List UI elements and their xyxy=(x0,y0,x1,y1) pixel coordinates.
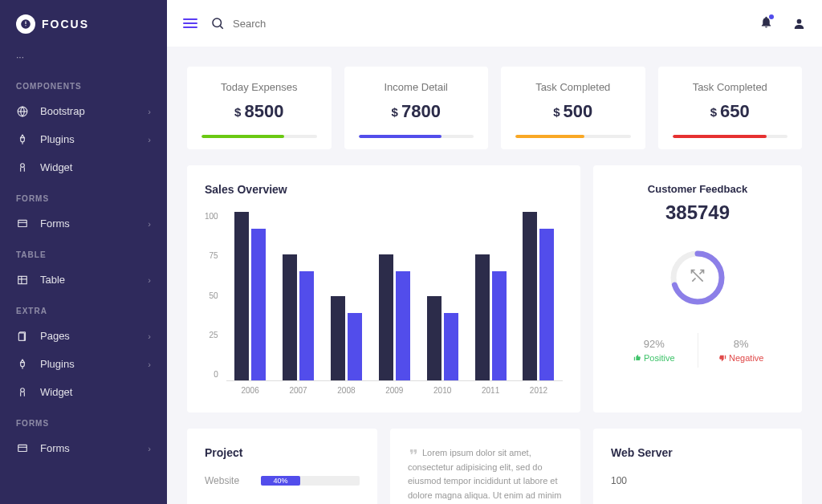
stat-title: Task Completed xyxy=(535,81,610,93)
chevron-right-icon: › xyxy=(148,360,151,369)
webserver-value: 100 xyxy=(611,475,784,486)
sidebar-item-label: Forms xyxy=(40,217,148,230)
sidebar-item-plugins[interactable]: Plugins› xyxy=(0,350,167,378)
thumbs-down-icon xyxy=(718,354,726,362)
bar xyxy=(539,229,554,380)
table-icon xyxy=(16,274,29,286)
sidebar-item-pages[interactable]: Pages› xyxy=(0,322,167,350)
stat-value: $ 7800 xyxy=(392,101,441,122)
svg-rect-3 xyxy=(18,220,27,226)
bar xyxy=(379,254,393,381)
logo[interactable]: FOCUS xyxy=(0,14,167,45)
stat-progress xyxy=(673,135,788,138)
svg-rect-9 xyxy=(18,332,24,339)
bar-group xyxy=(475,212,507,380)
sidebar-item-bootstrap[interactable]: Bootstrap› xyxy=(0,97,167,125)
sidebar-nav: COMPONENTSBootstrap›Plugins›WidgetFORMSF… xyxy=(0,69,167,462)
sidebar-spacer: ··· xyxy=(0,45,167,69)
webserver-panel: Web Server 100 xyxy=(593,429,802,504)
plug-icon xyxy=(16,134,29,145)
bar-group xyxy=(523,212,554,380)
bar xyxy=(331,296,345,380)
sidebar-item-widget[interactable]: Widget xyxy=(0,378,167,406)
chevron-right-icon: › xyxy=(148,275,151,285)
svg-point-13 xyxy=(213,18,222,27)
sidebar-section-header: EXTRA xyxy=(0,294,167,322)
bar-group xyxy=(379,212,410,380)
search-wrap xyxy=(210,16,747,30)
bar xyxy=(492,271,507,381)
stat-progress xyxy=(359,135,474,138)
feedback-positive: 92% Positive xyxy=(611,333,698,368)
sidebar-item-label: Table xyxy=(40,274,148,286)
stat-value: $ 650 xyxy=(710,101,750,122)
stat-title: Today Expenses xyxy=(221,81,297,93)
sidebar-item-label: Forms xyxy=(40,442,148,454)
search-input[interactable] xyxy=(233,18,368,30)
thumbs-up-icon xyxy=(633,354,641,362)
sidebar-item-plugins[interactable]: Plugins› xyxy=(0,125,167,153)
widget-icon xyxy=(16,387,29,398)
chart-x-axis: 2006200720082009201020112012 xyxy=(226,381,563,395)
notifications-button[interactable] xyxy=(759,15,773,32)
search-icon[interactable] xyxy=(210,16,225,30)
stat-title: Task Completed xyxy=(693,81,767,93)
svg-point-2 xyxy=(21,163,25,167)
chart-bars xyxy=(226,212,563,381)
feedback-title: Customer Feedback xyxy=(611,183,784,195)
sales-overview-panel: Sales Overview 1007550250 20062007200820… xyxy=(187,165,580,413)
chart-y-axis: 1007550250 xyxy=(205,212,226,395)
svg-rect-5 xyxy=(18,276,27,283)
sidebar-item-widget[interactable]: Widget xyxy=(0,153,167,181)
chevron-right-icon: › xyxy=(148,444,151,453)
sales-chart: 1007550250 2006200720082009201020112012 xyxy=(205,212,563,395)
sales-overview-title: Sales Overview xyxy=(205,183,563,196)
chevron-right-icon: › xyxy=(148,331,151,341)
bar-group xyxy=(283,212,314,380)
chevron-right-icon: › xyxy=(148,219,151,229)
svg-rect-11 xyxy=(18,445,27,451)
sidebar-item-label: Plugins xyxy=(40,358,148,370)
stat-progress xyxy=(201,135,317,138)
user-icon[interactable] xyxy=(792,17,806,30)
notification-dot-icon xyxy=(769,14,774,19)
quote-icon xyxy=(408,446,419,457)
bar xyxy=(444,313,458,380)
brand-name: FOCUS xyxy=(42,18,89,30)
sidebar-section-header: FORMS xyxy=(0,406,167,434)
feedback-negative: 8% Negative xyxy=(698,333,785,368)
logo-icon xyxy=(16,14,35,34)
project-panel: Project Website 40% xyxy=(187,429,377,504)
sidebar-section-header: FORMS xyxy=(0,181,167,209)
quote-panel: Lorem ipsum dolor sit amet, consectetur … xyxy=(390,429,580,504)
bar xyxy=(299,271,314,381)
form-icon xyxy=(16,443,29,454)
bar xyxy=(251,229,266,380)
bar xyxy=(427,296,442,380)
sidebar-item-label: Plugins xyxy=(40,133,148,145)
bar-group xyxy=(427,212,458,380)
main-area: Today Expenses$ 8500Income Detail$ 7800T… xyxy=(167,0,822,504)
bar xyxy=(523,212,537,380)
sidebar-item-label: Widget xyxy=(40,161,151,173)
sidebar-item-forms[interactable]: Forms› xyxy=(0,209,167,238)
bar-group xyxy=(331,212,362,380)
menu-toggle-icon[interactable] xyxy=(183,18,197,28)
sidebar-item-forms[interactable]: Forms› xyxy=(0,434,167,462)
stat-value: $ 8500 xyxy=(234,101,283,122)
feedback-donut xyxy=(666,246,729,309)
sidebar-item-table[interactable]: Table› xyxy=(0,266,167,294)
project-row: Website 40% xyxy=(205,475,360,486)
chevron-right-icon: › xyxy=(148,135,151,144)
customer-feedback-panel: Customer Feedback 385749 92% xyxy=(593,165,802,413)
shuffle-icon xyxy=(690,268,706,287)
stat-card: Income Detail$ 7800 xyxy=(344,67,489,149)
topbar xyxy=(167,0,822,47)
svg-point-15 xyxy=(797,18,802,23)
bar xyxy=(234,212,249,380)
svg-point-10 xyxy=(21,388,25,392)
stat-cards: Today Expenses$ 8500Income Detail$ 7800T… xyxy=(187,67,802,149)
quote-text: Lorem ipsum dolor sit amet, consectetur … xyxy=(408,446,563,504)
bar xyxy=(283,254,297,381)
pages-icon xyxy=(16,331,29,342)
